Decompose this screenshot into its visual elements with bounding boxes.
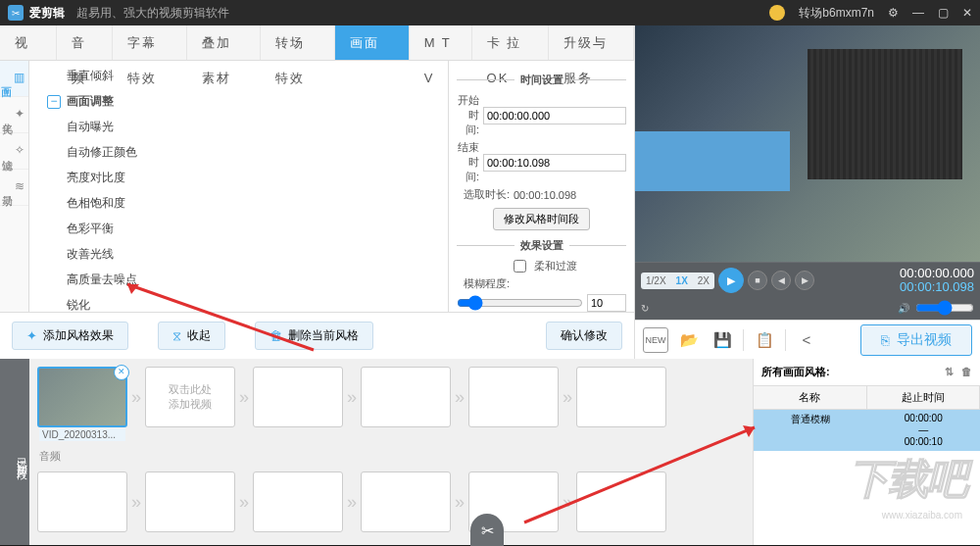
side-tab-beautify[interactable]: ✦美化 [0,97,28,133]
empty-clip-slot[interactable] [253,367,343,427]
tab-video[interactable]: 视 频 [0,25,57,60]
modify-time-button[interactable]: 修改风格时间段 [493,208,590,230]
prev-frame-button[interactable]: ◀ [771,271,791,290]
sort-icon[interactable]: ⇅ [945,366,954,378]
tree-item[interactable]: 色彩平衡 [29,216,448,241]
wand-icon: ✧ [15,143,24,157]
tree-item[interactable]: 色相饱和度 [29,190,448,216]
minimize-button[interactable]: — [912,6,924,20]
confirm-button[interactable]: 确认修改 [546,322,622,350]
add-effect-button[interactable]: ✦添加风格效果 [12,322,128,350]
chevron-right-icon: » [239,492,249,513]
tab-style[interactable]: 画面风格 [335,25,410,60]
tab-transition[interactable]: 转场特效 [261,25,335,60]
grid-icon: ▥ [14,71,24,84]
preview-panel: 1/2X 1X 2X ▶ ■ ◀ ▶ 00:00:00.000 00:00:10… [635,25,980,359]
tab-audio[interactable]: 音 频 [57,25,114,60]
empty-clip-slot[interactable] [468,367,559,427]
open-folder-icon[interactable]: 📂 [676,327,702,353]
tab-upgrade[interactable]: 升级与服务 [549,25,634,60]
play-button[interactable]: ▶ [718,268,744,293]
new-icon[interactable]: NEW [643,327,668,353]
blur-value-input[interactable] [587,294,626,312]
share-icon[interactable]: < [794,327,819,353]
tree-item[interactable]: 亮度对比度 [29,165,448,190]
chevron-right-icon: » [239,387,249,408]
chevron-right-icon: » [131,492,141,513]
speed-2x[interactable]: 2X [693,273,714,289]
app-subtitle: 超易用、强大的视频剪辑软件 [76,5,229,22]
time-display: 00:00:00.000 00:00:10.098 [900,267,974,294]
speed-1x[interactable]: 1X [671,273,693,289]
settings-icon[interactable]: ⚙ [888,6,899,20]
tab-mtv[interactable]: M T V [410,25,472,60]
audio-clip-slot[interactable] [361,472,451,532]
tree-group-adjust[interactable]: 画面调整 [29,88,448,114]
audio-clip-slot[interactable] [37,472,127,532]
applied-effects-panel: 所有画面风格: ⇅🗑 名称 起止时间 普通模糊 00:00:00—00:00:1… [753,359,980,545]
audio-clip-slot[interactable] [253,472,343,532]
next-frame-button[interactable]: ▶ [795,271,814,290]
side-tab-motion[interactable]: ≋动景 [0,170,28,206]
sparkle-icon: ✦ [15,107,24,121]
avatar-icon[interactable] [769,5,785,21]
start-time-input[interactable] [483,107,626,124]
audio-clip-slot[interactable] [576,472,666,532]
close-button[interactable]: ✕ [962,6,972,20]
repeat-icon[interactable]: ↻ [641,303,649,314]
tab-karaoke[interactable]: 卡 拉 OK [472,25,550,60]
add-clip-slot[interactable]: 双击此处 添加视频 [145,367,235,427]
blur-slider[interactable] [457,295,583,311]
export-video-button[interactable]: ⎘导出视频 [860,324,972,356]
clip-thumbnail[interactable]: VID_20200313... [37,367,127,427]
speed-half[interactable]: 1/2X [641,273,671,289]
tree-item[interactable]: 高质量去噪点 [29,267,448,292]
settings-panel: 时间设置 开始时间: 结束时间: 选取时长:00:00:10.098 修改风格时… [448,61,634,312]
tree-item[interactable]: 自动修正颜色 [29,139,448,165]
main-nav-tabs: 视 频 音 频 字幕特效 叠加素材 转场特效 画面风格 M T V 卡 拉 OK… [0,25,634,61]
collapse-button[interactable]: ⧖收起 [158,322,225,350]
delete-effect-button[interactable]: 🗑删除当前风格 [255,322,373,350]
tab-subtitle[interactable]: 字幕特效 [113,25,187,60]
video-preview[interactable] [635,25,980,262]
empty-clip-slot[interactable] [361,367,451,427]
effect-legend: 效果设置 [514,238,569,253]
chevron-right-icon: » [347,387,357,408]
speed-tabs: 1/2X 1X 2X [641,273,714,289]
wand-plus-icon: ✦ [26,328,37,343]
empty-clip-slot[interactable] [576,367,666,427]
collapse-icon: ⧖ [172,328,181,344]
end-time-input[interactable] [483,154,626,172]
tree-item[interactable]: 锐化 [29,292,448,312]
calendar-icon[interactable]: 📋 [752,327,777,353]
soft-transition-checkbox[interactable] [514,260,526,273]
chevron-right-icon: » [563,492,572,513]
tree-item[interactable]: 自动曝光 [29,114,448,139]
chevron-right-icon: » [455,387,465,408]
volume-slider[interactable] [915,300,974,316]
trash-icon[interactable]: 🗑 [961,366,972,378]
timeline-side-label: 已添加片段 [0,359,29,545]
tab-overlay[interactable]: 叠加素材 [187,25,262,60]
wave-icon: ≋ [15,179,24,193]
volume-icon[interactable]: 🔊 [898,303,909,314]
time-legend: 时间设置 [514,73,569,87]
tree-item[interactable]: 改善光线 [29,241,448,267]
maximize-button[interactable]: ▢ [938,6,949,20]
trash-icon: 🗑 [270,328,282,343]
tree-item[interactable]: 垂直倾斜 [29,63,448,88]
effect-row[interactable]: 普通模糊 00:00:00—00:00:10 [754,410,980,451]
col-time: 起止时间 [867,386,981,409]
audio-clip-slot[interactable] [145,472,235,532]
side-tab-filter[interactable]: ✧滤镜 [0,133,28,170]
export-icon: ⎘ [881,332,889,348]
scissors-button[interactable]: ✂ [470,514,504,545]
side-tab-picture[interactable]: ▥画面 [0,61,28,97]
stop-button[interactable]: ■ [748,271,767,290]
chevron-right-icon: » [455,492,465,513]
save-icon[interactable]: 💾 [710,327,735,353]
project-name: 转场b6mxm7n [799,5,874,22]
audio-track-label: 音频 [37,445,745,468]
timeline: 已添加片段 VID_20200313... » 双击此处 添加视频 » » » … [0,359,980,545]
app-logo-icon: ✂ [8,5,24,21]
